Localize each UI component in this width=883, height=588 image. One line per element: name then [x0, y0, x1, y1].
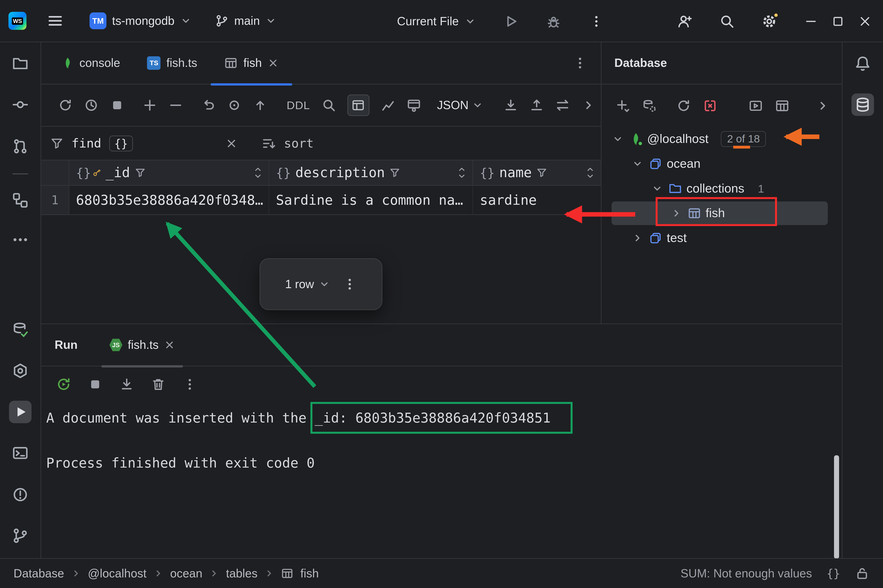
grid-search-button[interactable] [321, 98, 336, 113]
chevron-right-icon[interactable] [631, 231, 644, 245]
stop-process-button[interactable] [87, 376, 103, 392]
refresh-button[interactable] [58, 98, 73, 113]
close-tab-icon[interactable] [164, 339, 175, 351]
more-actions-button[interactable] [584, 9, 609, 33]
tab-list-button[interactable] [573, 56, 588, 70]
notifications-button[interactable] [851, 52, 874, 75]
funnel-icon[interactable] [536, 167, 548, 178]
import-button[interactable] [529, 98, 544, 113]
search-everywhere-button[interactable] [715, 9, 740, 33]
aggregate-braces-button[interactable]: {} [827, 567, 840, 580]
chevron-down-icon[interactable] [631, 157, 644, 171]
toolbar-more-button[interactable] [581, 98, 595, 113]
crumb-tables[interactable]: tables [226, 567, 257, 580]
compare-button[interactable] [555, 98, 570, 113]
view-options-button[interactable] [406, 98, 421, 113]
chart-button[interactable] [381, 98, 396, 113]
folder-icon [12, 55, 29, 72]
funnel-icon[interactable] [134, 167, 146, 178]
column-header-name[interactable]: {} name [473, 160, 601, 186]
history-button[interactable] [84, 98, 99, 113]
chevron-down-icon[interactable] [650, 182, 664, 195]
project-selector[interactable]: TM ts-mongodb [85, 9, 196, 33]
tree-node-localhost[interactable]: @localhost 2 of 18 [602, 127, 842, 152]
services-tool-button[interactable] [9, 360, 32, 382]
close-tab-icon[interactable] [268, 57, 279, 69]
row-count-dropdown[interactable]: 1 row [285, 278, 330, 291]
chevron-down-icon[interactable] [611, 132, 624, 146]
find-filter-input[interactable]: {} [109, 135, 133, 151]
tree-node-ocean[interactable]: ocean [602, 152, 842, 176]
terminal-tool-button[interactable] [9, 442, 32, 464]
panel-more-button[interactable] [815, 98, 831, 114]
column-header-description[interactable]: {} description [269, 160, 473, 186]
new-datasource-button[interactable] [615, 98, 631, 114]
run-config-selector[interactable]: Current File [393, 9, 480, 33]
main-menu-button[interactable] [42, 9, 68, 33]
cell-id[interactable]: 6803b35e38886a420f0348… [69, 186, 269, 215]
pull-requests-tool-button[interactable] [9, 135, 32, 158]
column-header-id[interactable]: {} _id [69, 160, 269, 186]
structure-tool-button[interactable] [9, 189, 32, 212]
tree-node-test[interactable]: test [602, 226, 842, 250]
sort-arrows-icon[interactable] [254, 167, 262, 178]
tab-fish-ts[interactable]: TS fish.ts [134, 42, 211, 84]
crumb-fish[interactable]: fish [300, 567, 319, 580]
tree-node-fish[interactable]: fish [602, 201, 842, 226]
filter-toggle-button[interactable] [347, 94, 370, 116]
pager-options-button[interactable] [342, 277, 357, 292]
rerun-button[interactable] [56, 376, 72, 392]
export-button[interactable] [503, 98, 518, 113]
scroll-to-end-button[interactable] [119, 376, 135, 392]
tree-node-collections[interactable]: collections 1 [602, 176, 842, 201]
version-control-tool-button[interactable] [9, 524, 32, 547]
query-console-button[interactable] [748, 98, 764, 114]
sort-arrows-icon[interactable] [586, 167, 594, 178]
branch-selector[interactable]: main [211, 9, 281, 33]
crumb-localhost[interactable]: @localhost [88, 567, 146, 580]
commit-tool-button[interactable] [9, 93, 32, 116]
run-button[interactable] [498, 9, 523, 33]
tab-fish[interactable]: fish [211, 42, 292, 84]
table-view-button[interactable] [774, 98, 790, 114]
aggregate-status[interactable]: SUM: Not enough values [680, 567, 812, 580]
find-usages-button[interactable] [227, 98, 242, 113]
delete-row-button[interactable] [168, 98, 183, 113]
tab-console[interactable]: console [48, 42, 134, 84]
close-button[interactable] [851, 0, 878, 42]
project-tool-button[interactable] [9, 52, 32, 75]
run-tab-fish-ts[interactable]: JS fish.ts [101, 324, 183, 366]
clear-filter-button[interactable] [226, 137, 238, 149]
database-changes-tool-button[interactable] [9, 318, 32, 341]
refresh-datasource-button[interactable] [676, 98, 692, 114]
minimize-button[interactable] [797, 0, 824, 42]
settings-button[interactable] [757, 9, 782, 33]
code-with-me-button[interactable] [672, 9, 697, 33]
run-more-button[interactable] [182, 376, 198, 392]
crumb-ocean[interactable]: ocean [170, 567, 202, 580]
add-row-button[interactable] [143, 98, 157, 113]
funnel-icon[interactable] [389, 167, 400, 178]
cell-description[interactable]: Sardine is a common na… [269, 186, 473, 215]
submit-button[interactable] [253, 98, 268, 113]
clear-output-button[interactable] [150, 376, 166, 392]
maximize-button[interactable] [824, 0, 851, 42]
stop-button[interactable] [110, 98, 125, 113]
webstorm-logo-icon[interactable]: WS [9, 12, 26, 30]
debug-button[interactable] [541, 9, 566, 33]
lock-button[interactable] [855, 566, 869, 581]
problems-tool-button[interactable] [9, 483, 32, 506]
cell-name[interactable]: sardine [473, 186, 601, 215]
database-tool-button[interactable] [851, 93, 874, 116]
datasource-properties-button[interactable] [641, 98, 657, 114]
scrollbar-thumb[interactable] [834, 455, 839, 559]
view-format-dropdown[interactable]: JSON [437, 99, 483, 112]
revert-button[interactable] [201, 98, 216, 113]
more-tool-windows-button[interactable] [9, 228, 32, 251]
run-tool-button[interactable] [9, 401, 32, 423]
chevron-right-icon[interactable] [669, 207, 683, 220]
disconnect-button[interactable] [702, 98, 718, 114]
ddl-button[interactable]: DDL [287, 99, 310, 112]
crumb-database[interactable]: Database [14, 567, 64, 580]
sort-arrows-icon[interactable] [458, 167, 466, 178]
